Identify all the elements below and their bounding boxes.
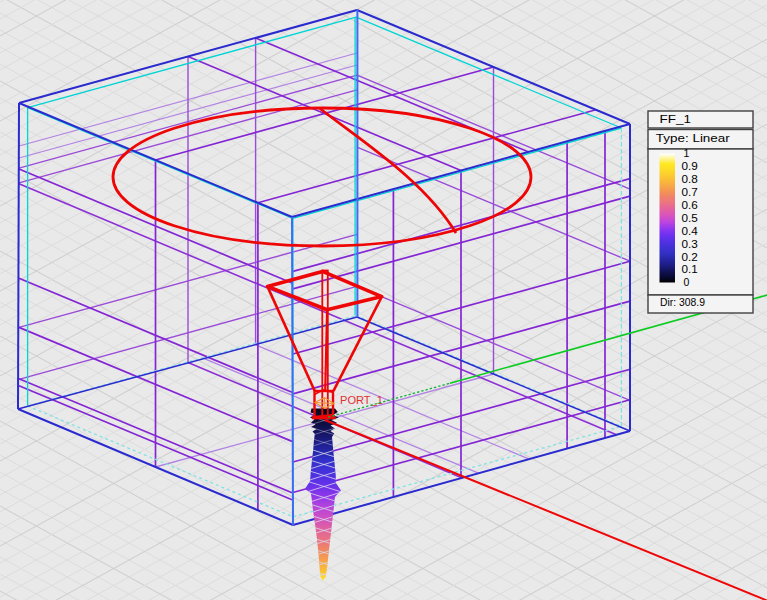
- svg-text:0.7: 0.7: [682, 186, 698, 198]
- svg-text:1: 1: [684, 147, 690, 159]
- svg-text:0.4: 0.4: [682, 225, 698, 237]
- svg-text:0.5: 0.5: [682, 212, 698, 224]
- svg-text:0.6: 0.6: [682, 199, 698, 211]
- svg-text:0.9: 0.9: [682, 160, 698, 172]
- svg-text:0.1: 0.1: [682, 263, 698, 275]
- svg-text:Dir: 308.9: Dir: 308.9: [660, 296, 705, 308]
- svg-text:0.8: 0.8: [682, 173, 698, 185]
- svg-text:Type: Linear: Type: Linear: [656, 132, 731, 144]
- svg-text:0.2: 0.2: [682, 251, 698, 263]
- svg-text:FF_1: FF_1: [660, 113, 692, 125]
- svg-text:0: 0: [684, 276, 690, 288]
- svg-text:0.3: 0.3: [682, 238, 698, 250]
